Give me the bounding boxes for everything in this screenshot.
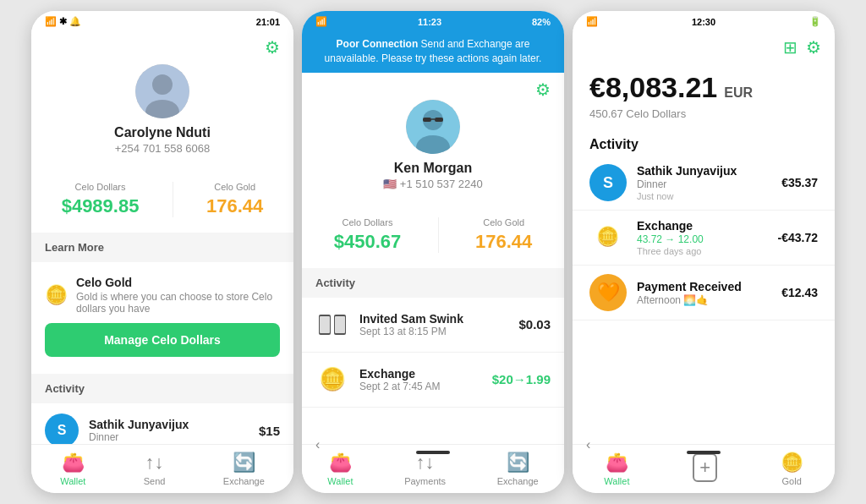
svg-rect-12 (335, 316, 345, 333)
balances-2: Celo Dollars $450.67 Celo Gold 176.44 (302, 207, 564, 263)
celo-dollars-amount-2: $450.67 (334, 231, 402, 253)
p3-info-sathik: Sathik Junyavijux Dinner Just now (637, 164, 771, 201)
nav-payments-2[interactable]: ↑↓ Payments (404, 452, 446, 486)
settings-icon-2[interactable]: ⚙ (535, 79, 551, 100)
p3-icon-exchange: 🪙 (589, 219, 627, 256)
activity-header-3: Activity (573, 130, 835, 156)
avatar-1 (135, 64, 189, 118)
wallet-icon-2: 👛 (329, 452, 352, 474)
nav-gold-3[interactable]: 🪙 Gold (781, 452, 803, 486)
activity-header-2: Activity (302, 268, 564, 298)
status-bar-2: 📶 11:23 82% (302, 11, 564, 30)
nav-wallet-label-2: Wallet (327, 476, 353, 486)
activity-name-invited: Invited Sam Swink (359, 312, 508, 326)
p3-time-sathik: Just now (637, 191, 771, 201)
p3-activity-payment: 🧡 Payment Received Afternoon 🌅🤙 €12.43 (573, 266, 835, 320)
status-bar-1: 📶 ✱ 🔔 21:01 (31, 11, 293, 30)
p3-name-sathik: Sathik Junyavijux (637, 164, 771, 178)
celo-dollars-amount: $4989.85 (62, 195, 140, 217)
nav-exchange-label-1: Exchange (223, 476, 265, 486)
celo-gold-title: Celo Gold (76, 276, 280, 289)
p3-sub-payment: Afternoon 🌅🤙 (637, 294, 771, 306)
p3-header: ⊞ ⚙ (573, 30, 835, 61)
status-right-2: 82% (532, 17, 551, 27)
status-left-2: 📶 (315, 16, 327, 27)
p2-profile: Ken Morgan 🇺🇸 +1 510 537 2240 (302, 100, 564, 200)
phone-num-2: +1 510 537 2240 (400, 178, 483, 190)
status-bar-3: 📶 12:30 🔋 (573, 11, 835, 30)
nav-send-label-1: Send (144, 476, 166, 486)
svg-rect-7 (435, 118, 443, 122)
p3-amount-value: €8,083.21 (589, 71, 717, 104)
exchange-icon-1: 🔄 (233, 452, 255, 474)
profile-name-1: Carolyne Nduti (114, 125, 211, 140)
celo-gold-balance-2: Celo Gold 176.44 (475, 217, 532, 253)
p3-amount-payment: €12.43 (781, 286, 818, 299)
activity-amount-exchange: $20→1.99 (492, 372, 551, 386)
nav-add-3[interactable]: + (693, 453, 717, 485)
activity-amount-invited: $0.03 (518, 317, 551, 331)
qr-icon[interactable]: ⊞ (783, 37, 797, 58)
celo-gold-section: 🪙 Celo Gold Gold is where you can choose… (31, 264, 293, 369)
nav-send-1[interactable]: ↑↓ Send (144, 452, 166, 486)
back-chevron-2[interactable]: ‹ (315, 437, 320, 452)
bottom-indicator-2 (416, 451, 450, 454)
p2-settings-header: ⚙ (302, 73, 564, 100)
svg-rect-10 (320, 316, 330, 333)
p3-activity-exchange: 🪙 Exchange 43.72 → 12.00 Three days ago … (573, 211, 835, 266)
invited-icon (315, 308, 349, 342)
celo-gold-header: 🪙 Celo Gold Gold is where you can choose… (45, 276, 280, 315)
activity-item-invited: Invited Sam Swink Sept 13 at 8:15 PM $0.… (302, 298, 564, 353)
nav-wallet-1[interactable]: 👛 Wallet (60, 452, 85, 486)
p3-amount-sathik: €35.37 (781, 176, 818, 189)
bottom-indicator-3 (687, 451, 721, 454)
flag-2: 🇺🇸 (383, 178, 397, 190)
manage-celo-dollars-button[interactable]: Manage Celo Dollars (45, 323, 280, 357)
phone-1: 📶 ✱ 🔔 21:01 ⚙ Carolyne Nduti +254 701 55… (31, 11, 293, 493)
p3-amount-exchange: -€43.72 (778, 231, 818, 244)
nav-wallet-2[interactable]: 👛 Wallet (327, 452, 353, 486)
celo-dollars-balance-2: Celo Dollars $450.67 (334, 217, 402, 253)
profile-phone-2: 🇺🇸 +1 510 537 2240 (383, 178, 483, 190)
nav-exchange-2[interactable]: 🔄 Exchange (497, 452, 539, 486)
nav-wallet-label-1: Wallet (60, 476, 85, 486)
p3-sub-balance: 450.67 Celo Dollars (589, 107, 818, 120)
status-left-3: 📶 (586, 16, 598, 27)
status-right-3: 🔋 (809, 16, 821, 27)
nav-exchange-1[interactable]: 🔄 Exchange (223, 452, 265, 486)
learn-more-bar[interactable]: Learn More (31, 233, 293, 262)
celo-gold-label: Celo Gold (206, 182, 263, 192)
p3-info-payment: Payment Received Afternoon 🌅🤙 (637, 280, 771, 306)
nav-payments-label-2: Payments (404, 476, 446, 486)
status-time-1: 21:01 (256, 17, 280, 27)
status-time-3: 12:30 (692, 17, 715, 27)
celo-gold-label-2: Celo Gold (475, 217, 532, 227)
p3-name-payment: Payment Received (637, 280, 771, 293)
activity-info-invited: Invited Sam Swink Sept 13 at 8:15 PM (359, 312, 508, 337)
p3-currency: EUR (724, 85, 753, 101)
celo-dollars-label: Celo Dollars (62, 182, 140, 192)
celo-gold-text: Celo Gold Gold is where you can choose t… (76, 276, 280, 315)
activity-amount-1: $15 (259, 424, 280, 438)
settings-icon-1[interactable]: ⚙ (265, 37, 280, 58)
bottom-nav-1: 👛 Wallet ↑↓ Send 🔄 Exchange (31, 444, 293, 493)
p3-time-exchange: Three days ago (637, 246, 768, 256)
settings-icon-3[interactable]: ⚙ (806, 37, 821, 58)
exchange-icon-2: 🔄 (507, 452, 529, 474)
celo-gold-icon: 🪙 (45, 284, 68, 306)
celo-dollars-balance: Celo Dollars $4989.85 (62, 182, 140, 217)
p3-avatar-sathik: S (589, 164, 627, 201)
nav-wallet-3[interactable]: 👛 Wallet (604, 452, 629, 486)
send-icon-1: ↑↓ (145, 452, 164, 474)
back-chevron-3[interactable]: ‹ (586, 437, 590, 452)
activity-sub-exchange: Sept 2 at 7:45 AM (359, 381, 482, 392)
celo-gold-desc: Gold is where you can choose to store Ce… (76, 291, 280, 315)
nav-wallet-label-3: Wallet (604, 476, 629, 486)
exchange-coins-icon: 🪙 (315, 363, 349, 397)
activity-avatar-s: S (45, 414, 79, 447)
phone-3: 📶 12:30 🔋 ⊞ ⚙ €8,083.21 EUR 450.67 Celo … (573, 11, 835, 493)
p3-balance-section: €8,083.21 EUR 450.67 Celo Dollars (573, 61, 835, 130)
profile-name-2: Ken Morgan (394, 161, 472, 176)
wallet-icon-3: 👛 (606, 452, 628, 474)
status-left-icons: 📶 ✱ 🔔 (45, 16, 81, 27)
